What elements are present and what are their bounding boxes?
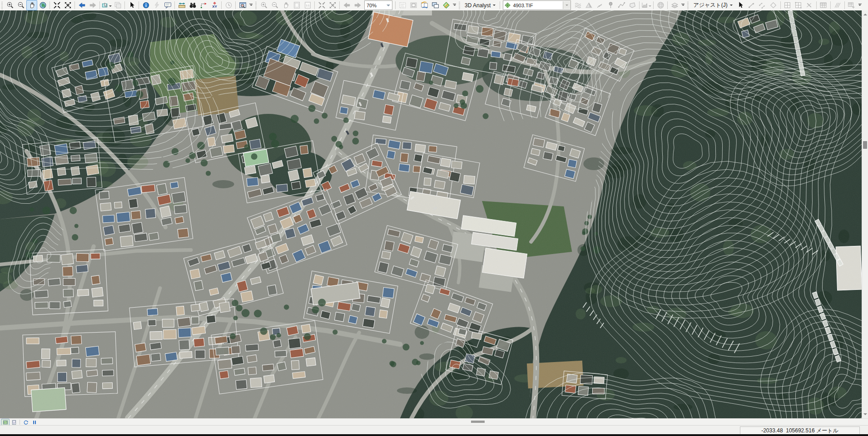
flowarr-icon — [596, 1, 604, 9]
layout-forward-extent-button[interactable] — [352, 0, 363, 10]
layout-fixed-zoom-out-button[interactable] — [327, 0, 338, 10]
map-viewport[interactable] — [0, 10, 862, 418]
select-features-button[interactable] — [101, 0, 112, 10]
adjust-menu[interactable]: アジャスト(J) — [690, 0, 735, 10]
pan-button[interactable] — [26, 0, 37, 10]
horizontal-scrollbar[interactable] — [39, 419, 868, 426]
multiple-displacement-links-button[interactable] — [757, 0, 768, 10]
interpolate-polygon-button[interactable] — [627, 0, 638, 10]
line-of-sight-button[interactable] — [594, 0, 605, 10]
refresh-data-frame-button[interactable] — [419, 0, 430, 10]
layout-pan-button[interactable] — [280, 0, 291, 10]
layout-toolbar-options[interactable] — [452, 1, 457, 10]
viewer-window-button[interactable] — [237, 0, 248, 10]
full-extent-button[interactable] — [37, 0, 48, 10]
create-contours-button[interactable] — [572, 0, 583, 10]
binoc-icon — [189, 1, 197, 9]
scroll-up-arrow-icon[interactable] — [863, 12, 867, 15]
clear-selection-button[interactable] — [112, 0, 123, 10]
globe3d-icon — [657, 1, 665, 9]
analyst-toolbar-options[interactable] — [680, 1, 685, 10]
profile-icon — [641, 1, 648, 9]
tools-toolbar-options[interactable] — [248, 1, 253, 10]
ipoint-icon — [607, 1, 615, 9]
fix-out-icon — [64, 1, 72, 9]
delete-link-button[interactable] — [804, 0, 815, 10]
toolbar-grip[interactable] — [459, 2, 460, 9]
measure-button[interactable] — [176, 0, 187, 10]
diam-icon — [769, 1, 777, 9]
scroll-down-arrow-icon[interactable] — [863, 413, 867, 417]
layout-zoom-whole-page-button[interactable] — [291, 0, 302, 10]
html-popup-button[interactable] — [162, 0, 173, 10]
toolbar-grip[interactable] — [255, 2, 257, 9]
layout-zoom-100-button[interactable] — [302, 0, 313, 10]
linkmulti-icon — [759, 1, 766, 9]
viewer-windows-button[interactable] — [430, 0, 441, 10]
focus-data-frame-button[interactable] — [408, 0, 419, 10]
map-canvas[interactable] — [0, 10, 862, 418]
zoom-out-button[interactable] — [15, 0, 26, 10]
adjust-select-button[interactable] — [735, 0, 746, 10]
clip-data-frame-button[interactable] — [441, 0, 451, 10]
go-to-xy-button[interactable] — [209, 0, 220, 10]
toolbar-separator — [830, 1, 831, 9]
adjust-toolbar-options[interactable] — [858, 1, 863, 10]
scene-icon — [671, 1, 679, 9]
toolbar-separator — [235, 1, 236, 9]
links-grid-button[interactable] — [782, 0, 793, 10]
profile-graph-button[interactable] — [641, 0, 652, 10]
chevron-down-icon — [730, 5, 733, 7]
toggle-draft-mode-button[interactable] — [397, 0, 408, 10]
zoom-percent-combo[interactable]: 70% — [364, 0, 392, 10]
focus-icon — [410, 1, 417, 9]
fixed-zoom-out-button[interactable] — [62, 0, 73, 10]
editgreen-icon — [442, 1, 450, 9]
arr-right-icon — [354, 1, 362, 9]
attribute-transfer-button[interactable] — [846, 0, 857, 10]
layout-zoom-out-button[interactable] — [269, 0, 280, 10]
select-elements-button[interactable] — [126, 0, 137, 10]
mag-plus-icon — [260, 1, 268, 9]
toolbar-separator — [653, 1, 654, 9]
zoom-in-button[interactable] — [5, 0, 15, 10]
edge-match-button[interactable] — [832, 0, 843, 10]
back-extent-button[interactable] — [76, 0, 87, 10]
analysis-layer-combo[interactable]: 4903.TIF — [503, 0, 571, 10]
toolbar-separator — [20, 420, 20, 425]
vertical-scroll-thumb[interactable] — [863, 141, 867, 149]
new-displacement-link-button[interactable] — [746, 0, 757, 10]
find-button[interactable] — [187, 0, 198, 10]
adjust-preview-button[interactable] — [768, 0, 779, 10]
find-route-button[interactable] — [198, 0, 209, 10]
vertical-scrollbar[interactable] — [862, 10, 868, 418]
grid-edit-button[interactable] — [793, 0, 804, 10]
identify-button[interactable] — [140, 0, 151, 10]
time-slider-button[interactable] — [223, 0, 234, 10]
mag-minus-icon — [271, 1, 279, 9]
layout-fixed-zoom-in-button[interactable] — [316, 0, 327, 10]
combo-dropdown-button[interactable] — [563, 1, 570, 9]
sel-clear-icon — [114, 1, 122, 9]
interpolate-line-button[interactable] — [616, 0, 627, 10]
hyperlink-button[interactable] — [151, 0, 162, 10]
toolbar-separator — [816, 1, 817, 9]
arcscene-button[interactable] — [669, 0, 680, 10]
layout-zoom-in-button[interactable] — [258, 0, 269, 10]
steepest-path-button[interactable] — [583, 0, 594, 10]
forward-extent-button[interactable] — [87, 0, 98, 10]
toolbar-grip[interactable] — [687, 2, 689, 9]
link-table-button[interactable] — [818, 0, 829, 10]
arcglobe-button[interactable] — [655, 0, 666, 10]
mag-plus-icon — [6, 1, 14, 9]
toolbar-grip[interactable] — [1, 2, 3, 9]
interpolate-point-button[interactable] — [605, 0, 616, 10]
zoom-percent-value: 70% — [367, 3, 377, 8]
fixed-zoom-in-button[interactable] — [51, 0, 62, 10]
hand-icon — [28, 1, 36, 9]
horizontal-scroll-thumb[interactable] — [471, 421, 485, 423]
chevron-down-icon[interactable] — [387, 5, 390, 8]
tools-toolbar — [0, 0, 254, 10]
layout-back-extent-button[interactable] — [341, 0, 352, 10]
3d-analyst-menu[interactable]: 3D Analyst — [462, 0, 498, 10]
